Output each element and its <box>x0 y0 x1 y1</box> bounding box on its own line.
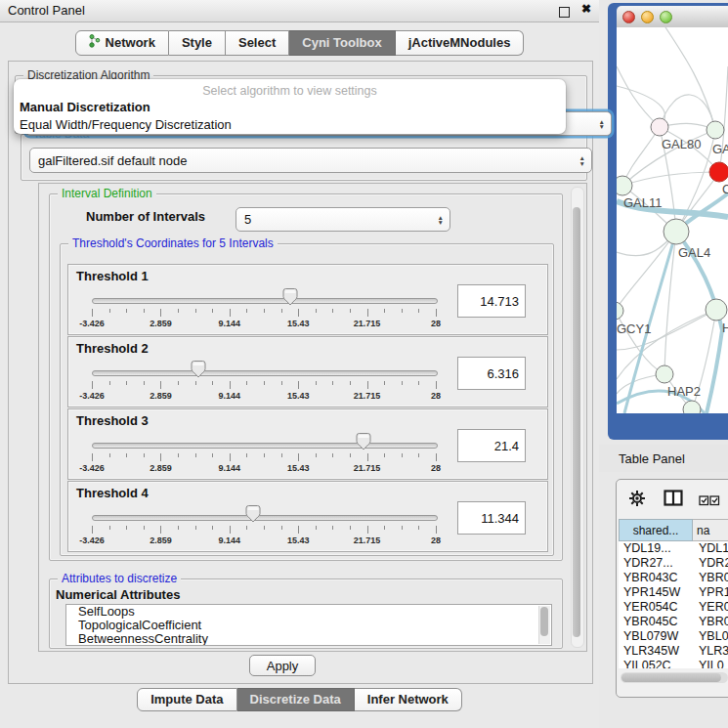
tab-select[interactable]: Select <box>226 30 289 56</box>
table-row[interactable]: YER054CYER0 <box>619 600 728 615</box>
slider-track[interactable] <box>92 298 438 304</box>
tick <box>316 381 317 385</box>
column-header-name[interactable]: na <box>693 519 728 541</box>
tick <box>178 309 179 313</box>
tab-infer-network[interactable]: Infer Network <box>355 688 462 711</box>
list-items: SelfLoopsTopologicalCoefficientBetweenne… <box>66 605 551 646</box>
tick <box>92 381 93 389</box>
tick <box>109 453 110 457</box>
network-node-gal11[interactable] <box>617 176 632 195</box>
numerical-attributes-list[interactable]: SelfLoopsTopologicalCoefficientBetweenne… <box>65 604 552 646</box>
slider-thumb[interactable] <box>245 504 261 527</box>
network-node-gal4[interactable] <box>664 219 689 244</box>
tick <box>264 526 265 530</box>
tick-label: 21.715 <box>354 535 381 545</box>
close-icon[interactable]: ✖ <box>581 2 591 16</box>
slider-track[interactable] <box>92 515 438 521</box>
algorithm-option-equal-width-frequency-discretization[interactable]: Equal Width/Frequency Discretization <box>14 116 566 134</box>
table-row[interactable]: YBR045CYBR0 <box>619 615 728 629</box>
tab-discretize-data[interactable]: Discretize Data <box>237 688 355 711</box>
tick <box>109 526 110 530</box>
tab-impute-data[interactable]: Impute Data <box>137 688 236 711</box>
tick <box>160 453 161 461</box>
attribute-item-selfloops[interactable]: SelfLoops <box>66 605 551 619</box>
tick <box>92 309 93 317</box>
network-node-gcy1[interactable] <box>617 302 623 320</box>
cell-name: YBR0 <box>699 571 728 584</box>
tick <box>178 381 179 385</box>
tick <box>367 309 368 317</box>
network-node-hap2[interactable] <box>656 365 673 383</box>
table-row[interactable]: YPR145WYPR1 <box>619 585 728 600</box>
tab-cyni-toolbox[interactable]: Cyni Toolbox <box>289 30 395 56</box>
gear-icon[interactable] <box>628 490 646 511</box>
table-row[interactable]: YDR27...YDR2 <box>619 556 728 571</box>
column-header-shared-name[interactable]: shared... <box>619 519 693 541</box>
threshold-value-field[interactable]: 11.344 <box>457 501 526 535</box>
table-horizontal-scrollbar[interactable] <box>621 672 728 683</box>
tick <box>418 309 419 313</box>
tab-label: Impute Data <box>150 692 223 707</box>
network-node-ga[interactable] <box>707 121 724 139</box>
scrollbar-thumb[interactable] <box>621 673 721 682</box>
network-node-h[interactable] <box>706 299 727 321</box>
cell-shared-name: YPR145W <box>623 585 680 599</box>
tick <box>384 526 385 530</box>
split-panel-icon[interactable] <box>664 490 683 510</box>
panel-scrollbar[interactable] <box>571 187 584 648</box>
slider-thumb[interactable] <box>356 432 371 454</box>
threshold-value-field[interactable]: 6.316 <box>457 357 526 390</box>
network-node[interactable] <box>683 401 701 413</box>
group-title: Attributes to discretize <box>58 572 181 585</box>
list-scrollbar[interactable] <box>538 606 550 644</box>
table-row[interactable]: YBR043CYBR0 <box>619 571 728 585</box>
zoom-traffic-light-icon[interactable] <box>660 11 672 23</box>
tick <box>418 453 419 457</box>
cell-name: YLR3 <box>699 644 728 658</box>
tick <box>402 526 403 530</box>
slider-thumb[interactable] <box>191 360 206 382</box>
num-intervals-select[interactable]: 5 ▲▼ <box>236 207 450 232</box>
tick <box>350 526 351 530</box>
tick <box>230 381 231 389</box>
table-data-select[interactable]: galFiltered.sif default node ▲▼ <box>29 148 592 173</box>
table-data-group: Table Data galFiltered.sif default node … <box>21 134 587 181</box>
attribute-item-betweennesscentrality[interactable]: BetweennessCentrality <box>66 632 551 646</box>
control-panel-window: Control Panel ✖ NetworkStyleSelectCyni T… <box>0 0 599 728</box>
tab-network[interactable]: Network <box>75 30 169 56</box>
slider-track[interactable] <box>92 370 438 376</box>
slider-ticks <box>92 453 436 462</box>
tick <box>126 526 127 530</box>
apply-button[interactable]: Apply <box>249 655 316 676</box>
scrollbar-thumb[interactable] <box>540 607 548 636</box>
select-columns-icon[interactable] <box>699 492 720 510</box>
threshold-label: Threshold 2 <box>76 341 149 356</box>
table-row[interactable]: YIL052CYIL0 <box>619 659 728 668</box>
scrollbar-thumb[interactable] <box>573 207 580 637</box>
tick <box>350 381 351 385</box>
tick <box>350 309 351 313</box>
table-row[interactable]: YLR345WYLR3 <box>619 644 728 659</box>
tab-label: Discretize Data <box>250 692 341 707</box>
node-label: GA <box>712 142 728 156</box>
tab-style[interactable]: Style <box>169 30 226 56</box>
table-row[interactable]: YDL19...YDL1 <box>619 541 728 556</box>
network-canvas[interactable]: GAL80GACGAL11GAL4GCY1HHAP2 <box>617 27 728 413</box>
float-window-icon[interactable] <box>559 7 570 18</box>
minimize-traffic-light-icon[interactable] <box>641 11 654 23</box>
tick <box>281 381 282 385</box>
tab-jactivemnodules[interactable]: jActiveMNodules <box>396 30 525 56</box>
threshold-value-field[interactable]: 21.4 <box>457 429 526 462</box>
threshold-value-field[interactable]: 14.713 <box>457 284 526 318</box>
algorithm-option-manual-discretization[interactable]: Manual Discretization <box>14 99 566 116</box>
cell-shared-name: YLR345W <box>623 644 679 658</box>
close-traffic-light-icon[interactable] <box>622 11 635 23</box>
table-panel: shared...na YDL19...YDL1YDR27...YDR2YBR0… <box>616 479 728 698</box>
network-node-gal80[interactable] <box>651 118 668 136</box>
network-node-c[interactable] <box>709 162 728 182</box>
slider-thumb[interactable] <box>282 287 298 310</box>
slider-track[interactable] <box>92 443 438 449</box>
attribute-item-topologicalcoefficient[interactable]: TopologicalCoefficient <box>66 619 551 632</box>
tick <box>281 526 282 530</box>
table-row[interactable]: YBL079WYBL0 <box>619 629 728 644</box>
